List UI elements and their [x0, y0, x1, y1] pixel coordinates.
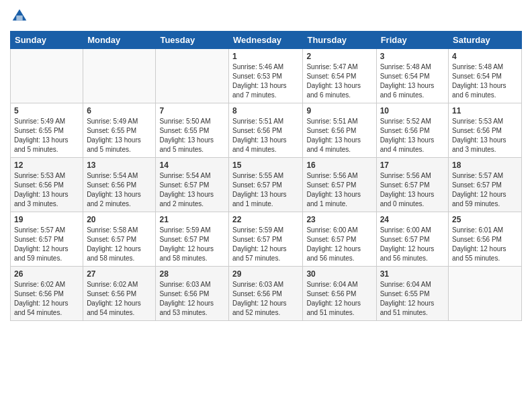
- cell-info: Sunset: 6:57 PM: [452, 181, 518, 190]
- cell-info: and 54 minutes.: [87, 308, 152, 318]
- day-number: 4: [452, 52, 518, 61]
- cell-info: Sunset: 6:57 PM: [380, 181, 445, 190]
- cell-info: Sunrise: 5:58 AM: [87, 226, 152, 235]
- cell-info: Sunrise: 6:00 AM: [380, 226, 445, 235]
- cell-info: Daylight: 13 hours: [232, 136, 299, 145]
- cell-info: Sunrise: 6:03 AM: [232, 280, 299, 289]
- day-header-sunday: Sunday: [11, 32, 83, 49]
- cell-info: Sunrise: 5:55 AM: [232, 171, 299, 181]
- cell-info: and 0 minutes.: [380, 199, 445, 209]
- cell-info: Sunrise: 5:53 AM: [452, 117, 518, 126]
- cell-info: Daylight: 12 hours: [452, 190, 518, 199]
- cell-info: and 58 minutes.: [87, 254, 152, 263]
- calendar-cell: 13Sunrise: 5:54 AMSunset: 6:56 PMDayligh…: [83, 158, 156, 212]
- day-header-saturday: Saturday: [449, 32, 522, 49]
- cell-info: Sunrise: 6:02 AM: [87, 280, 152, 289]
- calendar-week-4: 19Sunrise: 5:57 AMSunset: 6:57 PMDayligh…: [11, 212, 522, 267]
- calendar-week-5: 26Sunrise: 6:02 AMSunset: 6:56 PMDayligh…: [11, 267, 522, 321]
- day-number: 24: [380, 215, 445, 224]
- day-number: 28: [159, 269, 225, 279]
- cell-info: and 52 minutes.: [232, 308, 299, 318]
- calendar-cell: 23Sunrise: 6:00 AMSunset: 6:57 PMDayligh…: [303, 212, 376, 267]
- cell-info: Daylight: 12 hours: [14, 244, 79, 254]
- cell-info: and 3 minutes.: [14, 199, 79, 209]
- day-number: 17: [380, 161, 445, 170]
- cell-info: Sunset: 6:56 PM: [159, 289, 225, 299]
- cell-info: Sunset: 6:54 PM: [306, 72, 372, 81]
- cell-info: and 51 minutes.: [380, 308, 445, 318]
- cell-info: Sunset: 6:55 PM: [87, 126, 152, 136]
- day-number: 7: [159, 106, 225, 116]
- day-header-friday: Friday: [376, 32, 448, 49]
- cell-info: and 56 minutes.: [306, 254, 372, 263]
- cell-info: Sunrise: 5:59 AM: [232, 226, 299, 235]
- cell-info: and 6 minutes.: [306, 91, 372, 100]
- cell-info: Daylight: 13 hours: [87, 136, 152, 145]
- cell-info: Daylight: 12 hours: [232, 244, 299, 254]
- cell-info: Sunset: 6:56 PM: [87, 181, 152, 190]
- cell-info: Sunset: 6:56 PM: [306, 289, 372, 299]
- calendar-cell: 11Sunrise: 5:53 AMSunset: 6:56 PMDayligh…: [449, 103, 522, 158]
- calendar-cell: [449, 267, 522, 321]
- calendar-cell: 15Sunrise: 5:55 AMSunset: 6:57 PMDayligh…: [229, 158, 303, 212]
- cell-info: Daylight: 12 hours: [306, 299, 372, 308]
- cell-info: Daylight: 13 hours: [380, 190, 445, 199]
- cell-info: Daylight: 13 hours: [306, 190, 372, 199]
- calendar-cell: 9Sunrise: 5:51 AMSunset: 6:56 PMDaylight…: [303, 103, 376, 158]
- cell-info: Sunset: 6:56 PM: [452, 126, 518, 136]
- day-number: 18: [452, 161, 518, 170]
- calendar-cell: 12Sunrise: 5:53 AMSunset: 6:56 PMDayligh…: [11, 158, 83, 212]
- calendar-cell: 10Sunrise: 5:52 AMSunset: 6:56 PMDayligh…: [376, 103, 448, 158]
- cell-info: Sunrise: 5:56 AM: [306, 171, 372, 181]
- cell-info: Sunset: 6:57 PM: [87, 235, 152, 244]
- calendar-cell: 29Sunrise: 6:03 AMSunset: 6:56 PMDayligh…: [229, 267, 303, 321]
- cell-info: Daylight: 13 hours: [159, 190, 225, 199]
- cell-info: Sunset: 6:57 PM: [14, 235, 79, 244]
- cell-info: Sunset: 6:56 PM: [14, 181, 79, 190]
- cell-info: Sunrise: 5:57 AM: [452, 171, 518, 181]
- calendar-cell: 19Sunrise: 5:57 AMSunset: 6:57 PMDayligh…: [11, 212, 83, 267]
- cell-info: Sunrise: 5:46 AM: [232, 62, 299, 72]
- day-number: 11: [452, 106, 518, 116]
- cell-info: Daylight: 12 hours: [306, 244, 372, 254]
- calendar-cell: 21Sunrise: 5:59 AMSunset: 6:57 PMDayligh…: [156, 212, 229, 267]
- cell-info: Sunrise: 5:53 AM: [14, 171, 79, 181]
- day-number: 5: [14, 106, 79, 116]
- cell-info: Sunrise: 5:48 AM: [380, 62, 445, 72]
- cell-info: Daylight: 13 hours: [452, 136, 518, 145]
- calendar-cell: 3Sunrise: 5:48 AMSunset: 6:54 PMDaylight…: [376, 49, 448, 103]
- cell-info: Sunset: 6:55 PM: [159, 126, 225, 136]
- cell-info: Sunset: 6:57 PM: [306, 235, 372, 244]
- cell-info: Sunrise: 6:01 AM: [452, 226, 518, 235]
- calendar-week-3: 12Sunrise: 5:53 AMSunset: 6:56 PMDayligh…: [11, 158, 522, 212]
- cell-info: Daylight: 13 hours: [306, 136, 372, 145]
- day-number: 27: [87, 269, 152, 279]
- cell-info: Sunset: 6:56 PM: [14, 289, 79, 299]
- calendar-cell: 8Sunrise: 5:51 AMSunset: 6:56 PMDaylight…: [229, 103, 303, 158]
- day-number: 16: [306, 161, 372, 170]
- cell-info: Sunrise: 5:54 AM: [159, 171, 225, 181]
- cell-info: and 5 minutes.: [87, 145, 152, 154]
- cell-info: Sunrise: 6:02 AM: [14, 280, 79, 289]
- cell-info: Daylight: 13 hours: [159, 136, 225, 145]
- cell-info: and 3 minutes.: [452, 145, 518, 154]
- cell-info: and 57 minutes.: [232, 254, 299, 263]
- cell-info: Sunset: 6:57 PM: [159, 235, 225, 244]
- calendar-cell: 18Sunrise: 5:57 AMSunset: 6:57 PMDayligh…: [449, 158, 522, 212]
- cell-info: Daylight: 13 hours: [232, 190, 299, 199]
- cell-info: and 59 minutes.: [452, 199, 518, 209]
- calendar-cell: 22Sunrise: 5:59 AMSunset: 6:57 PMDayligh…: [229, 212, 303, 267]
- cell-info: Sunset: 6:55 PM: [380, 289, 445, 299]
- cell-info: Sunrise: 6:00 AM: [306, 226, 372, 235]
- cell-info: Sunset: 6:53 PM: [232, 72, 299, 81]
- cell-info: Sunset: 6:57 PM: [232, 181, 299, 190]
- cell-info: Sunset: 6:54 PM: [452, 72, 518, 81]
- day-number: 8: [232, 106, 299, 116]
- cell-info: and 2 minutes.: [87, 199, 152, 209]
- cell-info: and 4 minutes.: [380, 145, 445, 154]
- day-header-monday: Monday: [83, 32, 156, 49]
- cell-info: Sunrise: 5:50 AM: [159, 117, 225, 126]
- cell-info: Daylight: 13 hours: [232, 81, 299, 91]
- cell-info: Sunset: 6:56 PM: [452, 235, 518, 244]
- cell-info: Sunset: 6:57 PM: [232, 235, 299, 244]
